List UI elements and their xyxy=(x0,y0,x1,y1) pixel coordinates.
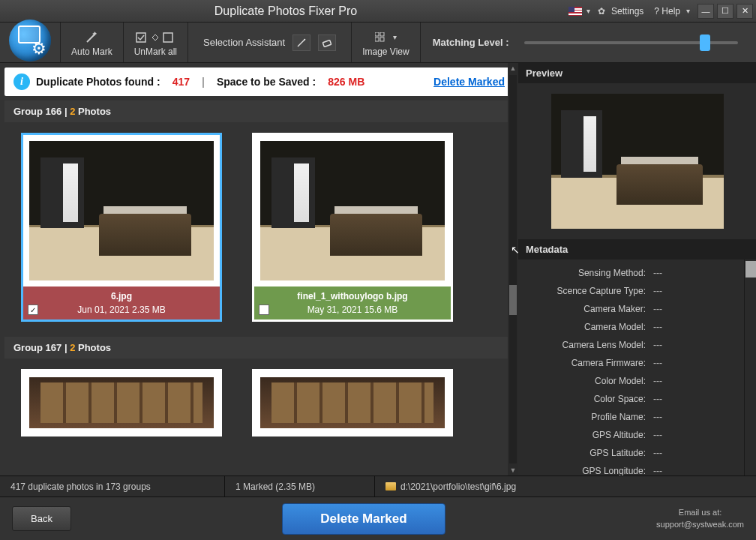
matching-slider[interactable] xyxy=(524,41,738,44)
flag-icon[interactable] xyxy=(568,7,582,16)
automark-button[interactable]: Auto Mark xyxy=(60,22,123,62)
folder-icon xyxy=(386,482,396,490)
back-button[interactable]: Back xyxy=(12,506,71,531)
photo-card[interactable]: finel_1_withouylogo b.jpg May 31, 2021 1… xyxy=(252,133,453,322)
metadata-scroll-thumb[interactable] xyxy=(746,261,756,278)
unmarkall-label: UnMark all xyxy=(134,46,177,57)
meta-key: GPS Altitude: xyxy=(518,430,653,440)
info-icon: i xyxy=(14,74,30,90)
delete-marked-button[interactable]: Delete Marked xyxy=(282,503,445,535)
meta-key: Color Space: xyxy=(518,394,653,404)
metadata-list: Sensing Method:---Scence Capture Type:--… xyxy=(518,260,756,476)
meta-value: --- xyxy=(653,268,662,278)
metadata-row: GPS Altitude:--- xyxy=(518,426,756,444)
meta-value: --- xyxy=(653,412,662,422)
meta-key: Camera Maker: xyxy=(518,304,653,314)
meta-key: Scence Capture Type: xyxy=(518,286,653,296)
metadata-row: Profile Name:--- xyxy=(518,408,756,426)
svg-rect-1 xyxy=(136,33,146,42)
svg-rect-7 xyxy=(380,32,384,36)
meta-value: --- xyxy=(653,358,662,368)
delete-marked-link[interactable]: Delete Marked xyxy=(434,76,505,88)
toolbar: Auto Mark UnMark all Selection Assistant… xyxy=(0,22,756,63)
metadata-row: GPS Longitude:--- xyxy=(518,462,756,476)
metadata-row: Camera Maker:--- xyxy=(518,300,756,318)
unmarkall-button[interactable]: UnMark all xyxy=(123,22,188,62)
gear-icon: ✿ xyxy=(598,6,605,16)
metadata-row: Sensing Method:--- xyxy=(518,264,756,282)
photo-card[interactable]: 6.jpg Jun 01, 2021 2.35 MB ✓ xyxy=(21,133,222,322)
close-button[interactable]: ✕ xyxy=(736,4,753,19)
metadata-row: Camera Model:--- xyxy=(518,318,756,336)
scrollbar[interactable]: ▲ ▼ xyxy=(508,63,518,476)
app-title: Duplicate Photos Fixer Pro xyxy=(3,4,568,18)
metadata-scrollbar[interactable] xyxy=(744,260,756,476)
minimize-button[interactable]: — xyxy=(698,4,714,19)
dup-count: 417 xyxy=(172,76,190,88)
meta-key: Camera Firmware: xyxy=(518,358,653,368)
scrollbar-thumb[interactable] xyxy=(509,285,517,315)
meta-value: --- xyxy=(653,322,662,332)
wand-icon xyxy=(85,30,98,45)
selection-assistant-button[interactable]: Selection Assistant xyxy=(188,22,351,62)
meta-value: --- xyxy=(653,394,662,404)
side-panel: Preview Metadata Sensing Method:---Scenc… xyxy=(518,63,756,476)
metadata-row: Camera Lens Model:--- xyxy=(518,336,756,354)
preview-image xyxy=(551,94,724,229)
thumbnail xyxy=(29,141,214,280)
meta-value: --- xyxy=(653,286,662,296)
meta-key: Camera Model: xyxy=(518,322,653,332)
checkbox[interactable] xyxy=(259,304,269,315)
thumbnail xyxy=(29,377,214,428)
metadata-row: GPS Latitude:--- xyxy=(518,444,756,462)
meta-key: Profile Name: xyxy=(518,412,653,422)
wand-tool-icon[interactable] xyxy=(292,34,310,51)
help-link[interactable]: ? Help xyxy=(650,4,685,18)
meta-key: Color Model: xyxy=(518,376,653,386)
group-header-167: Group 167 | 2 Photos xyxy=(4,337,514,358)
meta-value: --- xyxy=(653,448,662,458)
help-chevron[interactable]: ▾ xyxy=(686,7,690,15)
metadata-row: Color Model:--- xyxy=(518,372,756,390)
space-value: 826 MB xyxy=(328,76,364,88)
thumbnail xyxy=(260,141,445,280)
status-marked: 1 Marked (2.35 MB) xyxy=(225,476,375,496)
svg-rect-9 xyxy=(380,38,384,41)
photo-card[interactable] xyxy=(21,369,222,436)
checkbox[interactable]: ✓ xyxy=(28,304,38,315)
metadata-row: Scence Capture Type:--- xyxy=(518,282,756,300)
meta-key: GPS Latitude: xyxy=(518,448,653,458)
selassist-label: Selection Assistant xyxy=(203,37,285,48)
group-166-items: 6.jpg Jun 01, 2021 2.35 MB ✓ finel_1_wit… xyxy=(0,122,518,332)
card-caption: finel_1_withouylogo b.jpg May 31, 2021 1… xyxy=(254,286,451,320)
meta-value: --- xyxy=(653,466,662,476)
svg-point-4 xyxy=(304,39,305,40)
meta-key: Camera Lens Model: xyxy=(518,340,653,350)
maximize-button[interactable]: ☐ xyxy=(717,4,734,19)
status-counts: 417 duplicate photos in 173 groups xyxy=(0,476,225,496)
footer: Back Delete Marked Email us at: support@… xyxy=(0,496,756,540)
settings-link[interactable]: Settings xyxy=(607,4,648,18)
card-caption: 6.jpg Jun 01, 2021 2.35 MB ✓ xyxy=(23,286,220,320)
group-header-166: Group 166 | 2 Photos xyxy=(4,100,514,122)
meta-value: --- xyxy=(653,340,662,350)
eraser-tool-icon[interactable] xyxy=(318,34,336,51)
metadata-title: Metadata xyxy=(518,239,756,260)
space-label: Space to be Saved : xyxy=(217,76,316,88)
app-logo xyxy=(0,22,60,62)
slider-thumb[interactable] xyxy=(700,34,710,51)
metadata-row: Camera Firmware:--- xyxy=(518,354,756,372)
flag-chevron[interactable]: ▾ xyxy=(586,7,590,15)
metadata-row: Color Space:--- xyxy=(518,390,756,408)
results-pane: i Duplicate Photos found : 417 | Space t… xyxy=(0,63,518,476)
status-path: d:\2021\portfolio\test\gif\6.jpg xyxy=(375,476,756,496)
file-name: finel_1_withouylogo b.jpg xyxy=(259,291,446,302)
imageview-label: Image View xyxy=(362,46,409,57)
image-view-button[interactable]: ▾ Image View xyxy=(351,22,419,62)
matching-label: Matching Level : xyxy=(433,37,509,48)
meta-value: --- xyxy=(653,376,662,386)
photo-card[interactable] xyxy=(252,369,453,436)
file-meta: Jun 01, 2021 2.35 MB xyxy=(28,304,215,315)
statusbar: 417 duplicate photos in 173 groups 1 Mar… xyxy=(0,476,756,496)
dup-label: Duplicate Photos found : xyxy=(36,76,160,88)
